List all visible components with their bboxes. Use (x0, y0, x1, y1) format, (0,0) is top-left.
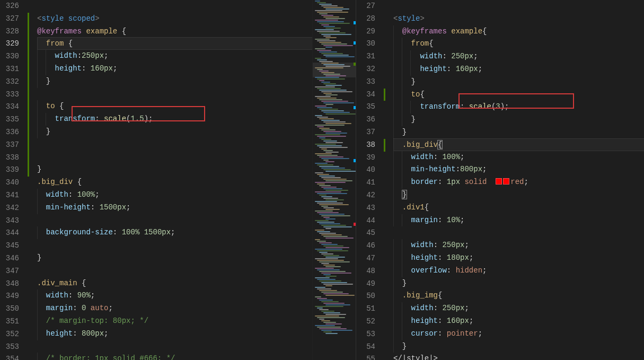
line-number[interactable]: 43 (356, 202, 377, 215)
line-number[interactable]: 36 (356, 113, 377, 126)
code-line[interactable]: to{ (393, 89, 644, 101)
line-number[interactable]: 348 (0, 278, 21, 291)
line-number[interactable]: 32 (356, 63, 377, 76)
line-number[interactable]: 30 (356, 38, 377, 50)
code-line[interactable]: @keyframes example { (37, 25, 312, 38)
code-line[interactable]: } (393, 126, 644, 139)
code-line[interactable]: background-size: 100% 1500px; (37, 226, 312, 239)
line-number[interactable]: 50 (356, 290, 377, 303)
line-number[interactable]: 29 (356, 25, 377, 38)
left-minimap[interactable] (312, 0, 356, 360)
code-line[interactable]: } (37, 163, 312, 176)
minimap-viewport[interactable] (313, 63, 356, 77)
line-number[interactable]: 339 (0, 164, 21, 177)
code-line[interactable]: height: 180px; (393, 252, 644, 265)
code-line[interactable]: transform: scale(3); (393, 101, 644, 113)
left-line-gutter[interactable]: 3263273283293303313323333343353363373383… (0, 0, 30, 360)
code-line[interactable]: .big_img{ (393, 289, 644, 302)
line-number[interactable]: 341 (0, 189, 21, 202)
line-number[interactable]: 331 (0, 63, 21, 76)
code-line[interactable]: } (393, 340, 644, 353)
line-number[interactable]: 336 (0, 126, 21, 139)
right-code-area[interactable]: <style> @keyframes example{ from{ width:… (386, 0, 644, 360)
code-line[interactable]: height: 160px; (393, 315, 644, 328)
right-line-gutter[interactable]: 2728293031323334353637383940414243444546… (356, 0, 386, 360)
line-number[interactable]: 340 (0, 177, 21, 189)
line-number[interactable]: 350 (0, 303, 21, 315)
code-line[interactable]: width:250px; (37, 50, 312, 63)
line-number[interactable]: 327 (0, 13, 21, 25)
line-number[interactable]: 354 (0, 353, 21, 360)
code-line[interactable]: width: 250px; (393, 302, 644, 315)
code-line[interactable]: min-height:800px; (393, 163, 644, 176)
code-line[interactable]: .big_div{ (393, 138, 644, 151)
left-code-area[interactable]: <style scoped>@keyframes example { from … (30, 0, 312, 360)
code-line[interactable]: <style scoped> (37, 13, 312, 25)
code-line[interactable]: } (393, 189, 644, 201)
code-line[interactable]: <style> (393, 13, 644, 25)
line-number[interactable]: 344 (0, 227, 21, 240)
line-number[interactable]: 347 (0, 265, 21, 278)
code-line[interactable]: .big_div { (37, 176, 312, 189)
code-line[interactable] (37, 0, 312, 13)
line-number[interactable]: 38 (356, 139, 377, 152)
line-number[interactable]: 349 (0, 290, 21, 303)
code-line[interactable] (37, 214, 312, 227)
line-number[interactable]: 328 (0, 25, 21, 38)
line-number[interactable]: 33 (356, 76, 377, 89)
code-line[interactable]: @keyframes example{ (393, 25, 644, 38)
code-line[interactable] (37, 340, 312, 353)
code-line[interactable]: min-height: 1500px; (37, 201, 312, 214)
right-editor-body[interactable]: 2728293031323334353637383940414243444546… (356, 0, 644, 360)
code-line[interactable]: .div_main { (37, 277, 312, 290)
line-number[interactable]: 40 (356, 164, 377, 177)
line-number[interactable]: 55 (356, 353, 377, 360)
line-number[interactable]: 337 (0, 139, 21, 152)
line-number[interactable]: 332 (0, 76, 21, 89)
line-number[interactable]: 54 (356, 341, 377, 354)
line-number[interactable]: 334 (0, 101, 21, 113)
line-number[interactable]: 333 (0, 89, 21, 101)
code-line[interactable]: } (37, 126, 312, 138)
line-number[interactable]: 51 (356, 303, 377, 315)
code-line[interactable]: border: 1px solid red; (393, 176, 644, 189)
code-line[interactable]: width: 90%; (37, 289, 312, 302)
code-line[interactable]: from{ (393, 38, 644, 50)
code-line[interactable]: margin: 10%; (393, 214, 644, 227)
code-line[interactable]: height: 160px; (393, 63, 644, 76)
line-number[interactable]: 326 (0, 0, 21, 13)
code-line[interactable]: height: 800px; (37, 328, 312, 340)
line-number[interactable]: 353 (0, 341, 21, 354)
line-number[interactable]: 47 (356, 252, 377, 265)
code-line[interactable]: width: 250px; (393, 50, 644, 63)
line-number[interactable]: 48 (356, 265, 377, 278)
code-line[interactable] (37, 151, 312, 164)
line-number[interactable]: 343 (0, 215, 21, 227)
line-number[interactable]: 335 (0, 113, 21, 126)
code-line[interactable]: </|style|> (393, 353, 644, 360)
code-line[interactable]: overflow: hidden; (393, 265, 644, 277)
line-number[interactable]: 49 (356, 278, 377, 291)
line-number[interactable]: 352 (0, 328, 21, 341)
code-line[interactable] (393, 0, 644, 13)
line-number[interactable]: 42 (356, 189, 377, 202)
code-line[interactable]: from { (37, 37, 312, 50)
line-number[interactable]: 53 (356, 328, 377, 341)
code-line[interactable]: height: 160px; (37, 63, 312, 75)
code-line[interactable]: margin: 0 auto; (37, 302, 312, 315)
code-line[interactable]: } (37, 252, 312, 265)
line-number[interactable]: 345 (0, 240, 21, 252)
code-line[interactable]: } (393, 113, 644, 126)
line-number[interactable]: 34 (356, 89, 377, 101)
line-number[interactable]: 351 (0, 315, 21, 328)
line-number[interactable]: 342 (0, 202, 21, 215)
line-number[interactable]: 27 (356, 0, 377, 13)
line-number[interactable]: 28 (356, 13, 377, 25)
line-number[interactable]: 45 (356, 227, 377, 240)
line-number[interactable]: 41 (356, 177, 377, 189)
code-line[interactable]: } (393, 277, 644, 290)
line-number[interactable]: 46 (356, 240, 377, 252)
line-number[interactable]: 44 (356, 215, 377, 227)
code-line[interactable]: to { (37, 100, 312, 113)
code-line[interactable]: cursor: pointer; (393, 328, 644, 340)
